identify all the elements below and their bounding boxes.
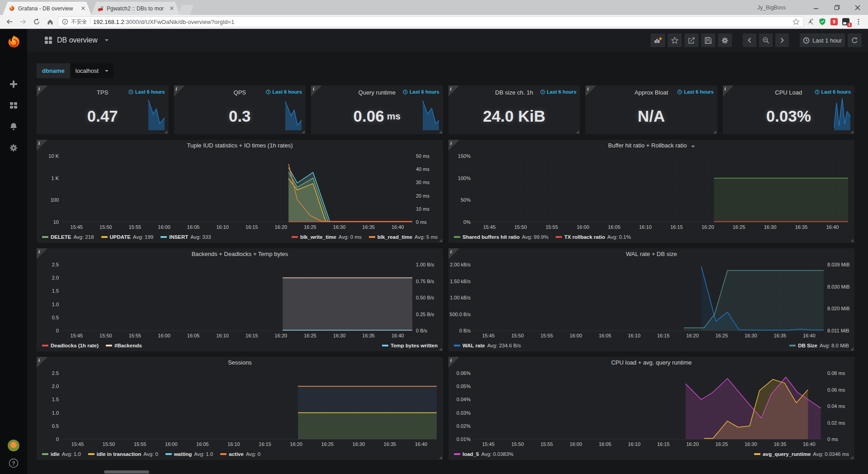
panel-info-icon[interactable]: i bbox=[37, 248, 47, 259]
legend-item-shared-buffers-hit-ratio[interactable]: Shared buffers hit ratioAvg: 99.9% bbox=[454, 234, 548, 240]
window-maximize-button[interactable] bbox=[826, 0, 847, 15]
legend-item-db-size[interactable]: DB SizeAvg: 8.0 MiB bbox=[789, 343, 849, 348]
sidemenu-create-icon[interactable] bbox=[8, 79, 19, 90]
panel-resize-handle[interactable]: ◢ bbox=[165, 130, 168, 134]
legend-item-update[interactable]: UPDATEAvg: 199 bbox=[101, 234, 154, 240]
graph-panel-wal: iWAL rate + DB size15:4515:5015:5516:001… bbox=[448, 248, 854, 351]
legend-item-avg-query-runtime[interactable]: avg_query_runtimeAvg: 0.0346 ms bbox=[754, 451, 849, 457]
bookmark-star-icon[interactable] bbox=[793, 18, 800, 25]
settings-button[interactable] bbox=[718, 33, 732, 47]
tab-close-icon[interactable]: ✕ bbox=[168, 5, 175, 12]
legend-item-backends[interactable]: #Backends bbox=[106, 343, 142, 348]
sidemenu-configuration-icon[interactable] bbox=[8, 142, 19, 153]
sidemenu-alerting-icon[interactable] bbox=[8, 121, 19, 132]
svg-text:0.02%: 0.02% bbox=[457, 423, 471, 429]
browser-menu-icon[interactable] bbox=[853, 16, 864, 28]
tab-close-icon[interactable]: ✕ bbox=[80, 5, 87, 12]
panel-resize-handle[interactable]: ◢ bbox=[439, 455, 442, 460]
share-dashboard-button[interactable] bbox=[684, 33, 698, 47]
panel-title[interactable]: Buffer hit ratio + Rollback ratio bbox=[448, 140, 854, 152]
svg-text:16:15: 16:15 bbox=[259, 441, 271, 447]
legend-item-deadlocks-1h-rate[interactable]: Deadlocks (1h rate) bbox=[42, 343, 99, 348]
extension-shield-icon[interactable] bbox=[817, 17, 827, 27]
panel-resize-handle[interactable]: ◢ bbox=[439, 238, 442, 242]
legend-item-idle[interactable]: idleAvg: 1.0 bbox=[42, 451, 81, 457]
reload-button[interactable] bbox=[31, 16, 42, 28]
back-button[interactable] bbox=[4, 16, 15, 28]
browser-tab-pgwatch[interactable]: Pgwatch2 :: DBs to mor ✕ bbox=[91, 2, 180, 15]
legend-item-blk-write-time[interactable]: blk_write_timeAvg: 0 ms bbox=[292, 234, 362, 240]
panel-resize-handle[interactable]: ◢ bbox=[576, 130, 579, 134]
svg-text:15:55: 15:55 bbox=[546, 224, 558, 230]
user-avatar[interactable] bbox=[8, 440, 19, 451]
svg-text:1.5: 1.5 bbox=[52, 288, 59, 294]
svg-text:150%: 150% bbox=[458, 153, 471, 159]
panel-resize-handle[interactable]: ◢ bbox=[850, 238, 854, 242]
panel-title[interactable]: WAL rate + DB size bbox=[448, 248, 854, 260]
zoom-out-button[interactable] bbox=[759, 33, 773, 47]
grafana-logo-icon[interactable] bbox=[5, 34, 22, 51]
panel-resize-handle[interactable]: ◢ bbox=[302, 130, 305, 134]
legend-item-idle-in-transaction[interactable]: idle in transactionAvg: 0 bbox=[88, 451, 158, 457]
legend-item-delete[interactable]: DELETEAvg: 218 bbox=[42, 234, 94, 240]
svg-text:16:35: 16:35 bbox=[774, 333, 786, 338]
panel-resize-handle[interactable]: ◢ bbox=[850, 347, 854, 351]
panel-title[interactable]: Backends + Deadlocks + Temp bytes bbox=[37, 248, 443, 260]
panel-info-icon[interactable]: i bbox=[37, 357, 47, 368]
time-back-button[interactable] bbox=[743, 33, 756, 47]
panel-resize-handle[interactable]: ◢ bbox=[850, 130, 854, 134]
star-dashboard-button[interactable] bbox=[668, 33, 682, 47]
legend-item-insert[interactable]: INSERTAvg: 333 bbox=[160, 234, 211, 240]
info-icon[interactable] bbox=[62, 19, 68, 25]
refresh-button[interactable] bbox=[848, 33, 862, 47]
browser-tab-grafana[interactable]: Grafana - DB overview ✕ bbox=[3, 2, 91, 15]
time-forward-button[interactable] bbox=[775, 33, 789, 47]
panel-resize-handle[interactable]: ◢ bbox=[439, 347, 442, 351]
svg-text:16:00: 16:00 bbox=[165, 441, 178, 447]
window-minimize-button[interactable] bbox=[806, 0, 826, 15]
chart-canvas: 15:4515:5015:5516:0016:0516:1016:1516:20… bbox=[448, 369, 854, 448]
legend-item-active[interactable]: activeAvg: 0 bbox=[220, 451, 260, 457]
legend-item-wal-rate[interactable]: WAL rateAvg: 234.6 B/s bbox=[454, 343, 521, 348]
clock-icon bbox=[540, 90, 545, 95]
forward-button[interactable] bbox=[17, 16, 29, 28]
svg-text:0.01%: 0.01% bbox=[457, 436, 471, 442]
horizontal-scrollbar-thumb[interactable] bbox=[104, 470, 149, 474]
dashboard-title-button[interactable]: DB overview bbox=[44, 36, 108, 44]
extension-satellite-icon[interactable] bbox=[806, 17, 816, 27]
legend-item-tx-rollback-ratio[interactable]: TX rollback ratioAvg: 0.1% bbox=[556, 234, 631, 240]
window-close-button[interactable] bbox=[847, 0, 868, 15]
legend-item-waiting[interactable]: waitingAvg: 1.0 bbox=[165, 451, 213, 457]
panel-resize-handle[interactable]: ◢ bbox=[713, 130, 717, 134]
chevron-down-icon bbox=[105, 70, 108, 72]
panel-title[interactable]: Tuple IUD statistics + IO times (1h rate… bbox=[37, 140, 443, 152]
panel-info-icon[interactable]: i bbox=[448, 140, 459, 151]
panel-resize-handle[interactable]: ◢ bbox=[439, 130, 442, 134]
address-bar[interactable]: 不安全 192.168.1.2:3000/d/UXFwOaNik/db-over… bbox=[58, 16, 804, 27]
legend-series-name: Deadlocks (1h rate) bbox=[51, 343, 99, 348]
clock-icon bbox=[266, 90, 271, 95]
variable-value-dropdown[interactable]: localhost bbox=[70, 63, 114, 78]
panel-title[interactable]: Sessions bbox=[37, 357, 443, 369]
chart-area: 15:4515:5015:5516:0016:0516:1016:1516:20… bbox=[448, 369, 854, 448]
time-range-picker[interactable]: Last 1 hour bbox=[800, 33, 845, 47]
legend-item-blk-read-time[interactable]: blk_read_timeAvg: 5 ms bbox=[369, 234, 438, 240]
extension-red-icon[interactable]: 9 bbox=[829, 17, 839, 27]
legend-item-temp-bytes-written[interactable]: Temp bytes written bbox=[382, 343, 438, 348]
sidemenu-help-icon[interactable]: ? bbox=[8, 458, 19, 469]
svg-text:0: 0 bbox=[56, 436, 59, 442]
variable-dbname[interactable]: dbname localhost bbox=[37, 63, 114, 78]
add-panel-button[interactable] bbox=[651, 33, 665, 47]
panel-title[interactable]: CPU load + avg. query runtime bbox=[448, 357, 854, 369]
home-button[interactable] bbox=[44, 16, 56, 28]
panel-info-icon[interactable]: i bbox=[448, 248, 459, 259]
legend-item-load-5[interactable]: load_5Avg: 0.0383% bbox=[454, 451, 514, 457]
panel-resize-handle[interactable]: ◢ bbox=[850, 455, 854, 460]
sidemenu-dashboards-icon[interactable] bbox=[8, 100, 19, 111]
extension-dark-icon[interactable]: 1 bbox=[841, 17, 851, 27]
panel-info-icon[interactable]: i bbox=[37, 140, 47, 151]
svg-text:16:35: 16:35 bbox=[384, 441, 396, 447]
panel-info-icon[interactable]: i bbox=[448, 357, 459, 368]
save-dashboard-button[interactable] bbox=[701, 33, 715, 47]
new-tab-button[interactable] bbox=[178, 5, 193, 15]
